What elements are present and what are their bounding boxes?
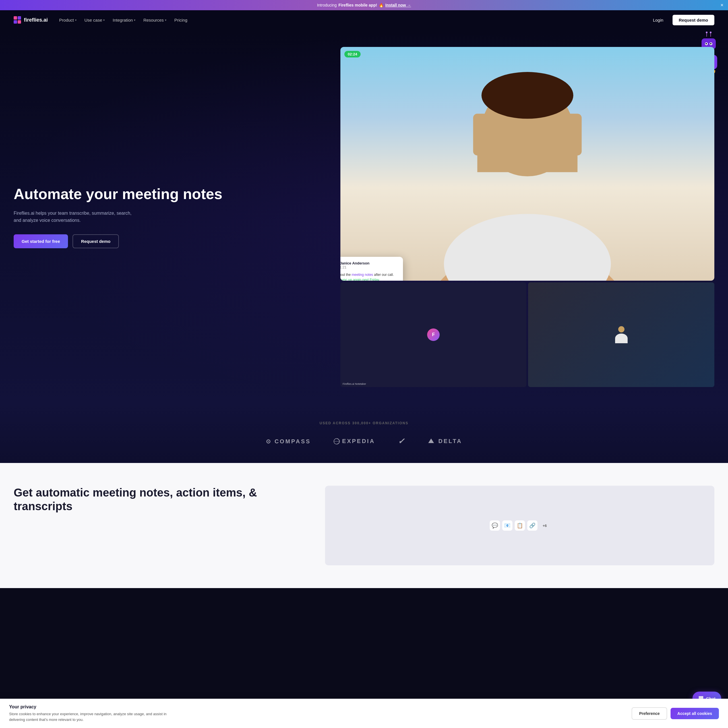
hero-subtitle: Fireflies.ai helps your team transcribe,… [14, 210, 133, 224]
hero-left: Automate your meeting notes Fireflies.ai… [14, 186, 329, 248]
navbar-right: Login Request demo [648, 15, 714, 25]
integration-plus-count: +6 [540, 522, 550, 529]
chat-name: Janice Anderson [340, 261, 369, 265]
sub-video-notetaker: F Fireflies.ai Notetaker [340, 282, 527, 387]
logo[interactable]: fireflies.ai [14, 16, 48, 24]
nike-swoosh: ✓ [398, 437, 405, 446]
integration-icons: 💬 📧 📋 🔗 +6 [490, 520, 550, 531]
second-section-right: 💬 📧 📋 🔗 +6 [325, 486, 714, 565]
chevron-down-icon: ▾ [165, 18, 166, 21]
banner-text: Introducing [317, 3, 337, 8]
chevron-down-icon: ▾ [75, 18, 76, 21]
logo-delta: DELTA [428, 438, 462, 445]
chat-highlight-meeting-notes: meeting notes [352, 273, 373, 277]
compass-text: ⊙ COMPASS [266, 438, 311, 445]
banner-app-name: Fireflies mobile app! [338, 3, 377, 8]
svg-rect-7 [473, 114, 582, 156]
svg-rect-2 [14, 20, 17, 24]
integration-icon-3: 📋 [515, 520, 525, 531]
hero-right: 02:24 JA Janice Anderson 1:21 I'll send … [329, 47, 714, 387]
hero-buttons: Get started for free Request demo [14, 234, 329, 248]
nav-item-pricing[interactable]: Pricing [174, 18, 187, 23]
robot-eye-right [710, 42, 712, 45]
chat-message: I'll send out the meeting notes after ou… [340, 272, 398, 281]
svg-rect-1 [18, 16, 21, 20]
navbar: fireflies.ai Product ▾ Use case ▾ Integr… [0, 10, 728, 30]
chat-bubble-header: JA Janice Anderson 1:21 [340, 261, 398, 270]
announcement-banner: Introducing Fireflies mobile app! 🔥 Inst… [0, 0, 728, 10]
antenna-left [707, 33, 707, 37]
get-started-button[interactable]: Get started for free [14, 234, 68, 248]
hero-section: Automate your meeting notes Fireflies.ai… [0, 30, 728, 404]
request-demo-button[interactable]: Request demo [673, 15, 714, 25]
integration-icon-2: 📧 [502, 520, 512, 531]
logo-nike: ✓ [398, 436, 405, 446]
second-section-left: Get automatic meeting notes, action item… [14, 486, 308, 519]
hero-title: Automate your meeting notes [14, 186, 329, 203]
robot-eye-left [705, 42, 708, 45]
svg-rect-3 [18, 20, 21, 24]
install-link[interactable]: Install now → [385, 3, 411, 8]
chat-time: 1:21 [340, 265, 369, 269]
svg-point-9 [444, 214, 611, 281]
integration-icon-4: 🔗 [527, 520, 537, 531]
svg-point-8 [482, 72, 573, 119]
robot-antenna [707, 33, 711, 37]
logos-row: ⊙ COMPASS Expedia ✓ DELTA [14, 436, 714, 446]
banner-separator: 🔥 [379, 3, 384, 8]
hero-demo-button[interactable]: Request demo [72, 234, 119, 248]
chevron-down-icon: ▾ [134, 18, 135, 21]
nav-item-resources[interactable]: Resources ▾ [143, 18, 166, 23]
chat-text-before: I'll send out the [340, 273, 352, 277]
integration-icon-1: 💬 [490, 520, 500, 531]
logo-icon [14, 16, 21, 24]
person-silhouette [614, 326, 629, 343]
delta-triangle-icon [428, 439, 434, 443]
logo-text: fireflies.ai [24, 17, 48, 23]
logos-label: USED ACROSS 300,000+ ORGANIZATIONS [14, 421, 714, 425]
login-button[interactable]: Login [648, 15, 668, 25]
chat-highlight-sync: sync up again next Friday [340, 278, 379, 281]
notetaker-logo: F [427, 329, 440, 341]
main-video: 02:24 JA Janice Anderson 1:21 I'll send … [340, 47, 714, 281]
chevron-down-icon: ▾ [103, 18, 105, 21]
notetaker-label: Fireflies.ai Notetaker [343, 382, 366, 385]
video-person-svg [340, 47, 714, 281]
expedia-icon [333, 438, 340, 445]
chat-bubble: JA Janice Anderson 1:21 I'll send out th… [340, 257, 403, 281]
svg-rect-0 [14, 16, 17, 20]
chat-text-after: . [379, 278, 380, 281]
second-section-title: Get automatic meeting notes, action item… [14, 486, 308, 513]
antenna-right [710, 33, 711, 37]
nav-links: Product ▾ Use case ▾ Integration ▾ Resou… [59, 18, 187, 23]
person-body [615, 333, 628, 343]
nav-item-usecase[interactable]: Use case ▾ [84, 18, 105, 23]
second-section: Get automatic meeting notes, action item… [0, 463, 728, 588]
sub-video-person [528, 282, 714, 387]
meeting-ui: 02:24 JA Janice Anderson 1:21 I'll send … [340, 47, 714, 387]
navbar-left: fireflies.ai Product ▾ Use case ▾ Integr… [14, 16, 187, 24]
logo-expedia: Expedia [333, 438, 375, 445]
nav-item-product[interactable]: Product ▾ [59, 18, 76, 23]
logos-section: USED ACROSS 300,000+ ORGANIZATIONS ⊙ COM… [0, 404, 728, 463]
person-head [618, 326, 624, 332]
meeting-timer: 02:24 [344, 51, 361, 57]
sub-videos: F Fireflies.ai Notetaker [340, 282, 714, 387]
nav-item-integration[interactable]: Integration ▾ [113, 18, 135, 23]
logo-compass: ⊙ COMPASS [266, 438, 311, 445]
banner-close-button[interactable]: × [720, 3, 723, 8]
second-section-preview: 💬 📧 📋 🔗 +6 [325, 486, 714, 565]
